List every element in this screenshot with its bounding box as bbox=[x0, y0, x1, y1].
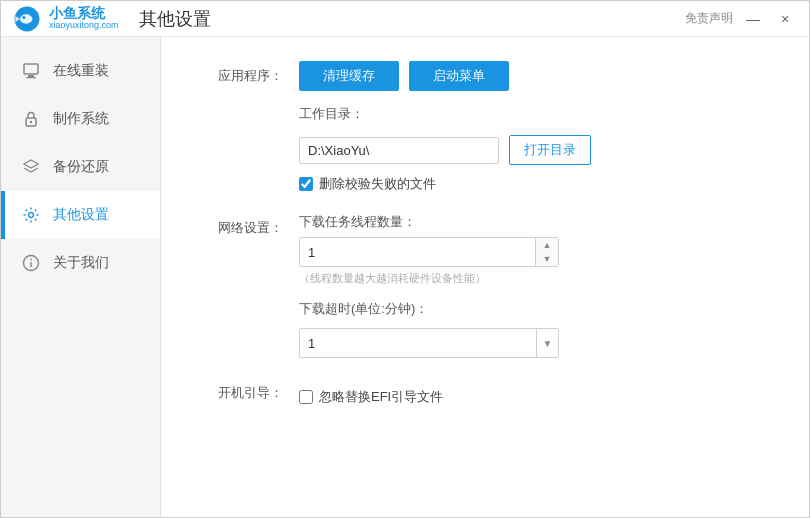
svg-point-11 bbox=[29, 213, 34, 218]
svg-marker-10 bbox=[24, 160, 38, 168]
network-section: 网络设置： 下载任务线程数量： ▲ ▼ （线程数量越大越消耗硬件设备性能） 下载… bbox=[193, 213, 777, 358]
app-section: 应用程序： 清理缓存 启动菜单 工作目录： 打开目录 删除校验失败的文件 bbox=[193, 61, 777, 193]
sidebar-label-backup-restore: 备份还原 bbox=[53, 158, 109, 176]
sidebar-item-make-system[interactable]: 制作系统 bbox=[1, 95, 160, 143]
layers-icon bbox=[21, 157, 41, 177]
sidebar-item-other-settings[interactable]: 其他设置 bbox=[1, 191, 160, 239]
download-threads-input[interactable] bbox=[300, 240, 535, 265]
close-button[interactable]: × bbox=[773, 7, 797, 31]
download-timeout-input[interactable] bbox=[300, 331, 536, 356]
svg-point-9 bbox=[30, 121, 32, 123]
boot-section-label: 开机引导： bbox=[193, 378, 283, 402]
delete-failed-label[interactable]: 删除校验失败的文件 bbox=[319, 175, 436, 193]
title-bar: 小鱼系统 xiaoyuxitong.com 其他设置 免责声明 — × bbox=[1, 1, 809, 37]
sidebar-item-online-reinstall[interactable]: 在线重装 bbox=[1, 47, 160, 95]
logo-subtitle: xiaoyuxitong.com bbox=[49, 21, 119, 31]
download-threads-label: 下载任务线程数量： bbox=[299, 213, 777, 231]
monitor-icon bbox=[21, 61, 41, 81]
clear-cache-button[interactable]: 清理缓存 bbox=[299, 61, 399, 91]
logo-text: 小鱼系统 xiaoyuxitong.com bbox=[49, 6, 119, 31]
ignore-efi-label[interactable]: 忽略替换EFI引导文件 bbox=[319, 388, 443, 406]
delete-failed-checkbox[interactable] bbox=[299, 177, 313, 191]
sidebar-item-backup-restore[interactable]: 备份还原 bbox=[1, 143, 160, 191]
network-section-content: 下载任务线程数量： ▲ ▼ （线程数量越大越消耗硬件设备性能） 下载超时(单位:… bbox=[299, 213, 777, 358]
title-bar-right: 免责声明 — × bbox=[685, 7, 797, 31]
logo-title: 小鱼系统 bbox=[49, 6, 119, 21]
work-dir-row: 打开目录 bbox=[299, 135, 777, 165]
spinner-buttons: ▲ ▼ bbox=[535, 238, 558, 266]
svg-point-3 bbox=[22, 15, 25, 18]
sidebar: 在线重装 制作系统 bbox=[1, 37, 161, 517]
app-section-label: 应用程序： bbox=[193, 61, 283, 85]
sidebar-label-other-settings: 其他设置 bbox=[53, 206, 109, 224]
app-section-content: 清理缓存 启动菜单 工作目录： 打开目录 删除校验失败的文件 bbox=[299, 61, 777, 193]
dropdown-arrow-icon[interactable]: ▼ bbox=[536, 329, 558, 357]
work-dir-input[interactable] bbox=[299, 137, 499, 164]
ignore-efi-checkbox[interactable] bbox=[299, 390, 313, 404]
download-threads-spinner: ▲ ▼ bbox=[299, 237, 559, 267]
download-timeout-dropdown: ▼ bbox=[299, 328, 559, 358]
svg-rect-6 bbox=[28, 75, 34, 77]
sidebar-label-online-reinstall: 在线重装 bbox=[53, 62, 109, 80]
boot-section-content: 忽略替换EFI引导文件 bbox=[299, 378, 777, 406]
spinner-down-button[interactable]: ▼ bbox=[536, 252, 558, 266]
app-window: 小鱼系统 xiaoyuxitong.com 其他设置 免责声明 — × bbox=[0, 0, 810, 518]
work-dir-label: 工作目录： bbox=[299, 105, 777, 123]
sidebar-item-about-us[interactable]: 关于我们 bbox=[1, 239, 160, 287]
page-title: 其他设置 bbox=[139, 7, 211, 31]
svg-point-1 bbox=[20, 14, 32, 23]
svg-rect-7 bbox=[26, 77, 36, 78]
download-timeout-label: 下载超时(单位:分钟)： bbox=[299, 300, 777, 318]
logo-icon bbox=[13, 5, 41, 33]
disclaimer-link[interactable]: 免责声明 bbox=[685, 10, 733, 27]
boot-section: 开机引导： 忽略替换EFI引导文件 bbox=[193, 378, 777, 406]
title-bar-left: 小鱼系统 xiaoyuxitong.com 其他设置 bbox=[13, 5, 211, 33]
spinner-up-button[interactable]: ▲ bbox=[536, 238, 558, 252]
lock-icon bbox=[21, 109, 41, 129]
content-area: 应用程序： 清理缓存 启动菜单 工作目录： 打开目录 删除校验失败的文件 bbox=[161, 37, 809, 517]
svg-point-14 bbox=[30, 259, 32, 261]
network-section-label: 网络设置： bbox=[193, 213, 283, 237]
main-content: 在线重装 制作系统 bbox=[1, 37, 809, 517]
download-threads-hint: （线程数量越大越消耗硬件设备性能） bbox=[299, 271, 777, 286]
launch-menu-button[interactable]: 启动菜单 bbox=[409, 61, 509, 91]
info-icon bbox=[21, 253, 41, 273]
sidebar-label-make-system: 制作系统 bbox=[53, 110, 109, 128]
gear-icon bbox=[21, 205, 41, 225]
ignore-efi-row: 忽略替换EFI引导文件 bbox=[299, 388, 777, 406]
svg-rect-5 bbox=[24, 64, 38, 74]
app-btn-row: 清理缓存 启动菜单 bbox=[299, 61, 777, 91]
delete-failed-row: 删除校验失败的文件 bbox=[299, 175, 777, 193]
open-dir-button[interactable]: 打开目录 bbox=[509, 135, 591, 165]
minimize-button[interactable]: — bbox=[741, 7, 765, 31]
sidebar-label-about-us: 关于我们 bbox=[53, 254, 109, 272]
